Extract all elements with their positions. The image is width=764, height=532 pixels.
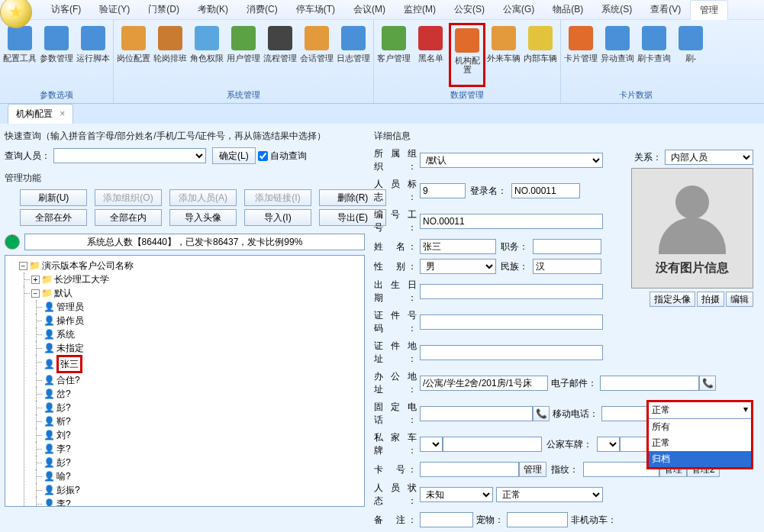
ribbon-客户管理[interactable]: 客户管理 bbox=[376, 23, 412, 87]
relation-select[interactable]: 内部人员 bbox=[665, 150, 753, 165]
menu-item[interactable]: 考勤(K) bbox=[189, 0, 237, 19]
card-input[interactable] bbox=[420, 462, 519, 477]
ribbon-流程管理[interactable]: 流程管理 bbox=[262, 23, 298, 87]
confirm-button[interactable]: 确定(L) bbox=[212, 147, 256, 164]
menu-item[interactable]: 系统(S) bbox=[592, 0, 641, 19]
expand-icon[interactable]: − bbox=[19, 262, 27, 270]
tree-person[interactable]: 李? bbox=[56, 443, 71, 454]
ribbon-机构配置[interactable]: 机构配置 bbox=[449, 23, 485, 87]
menu-item[interactable]: 监控(M) bbox=[395, 0, 445, 19]
mgmt-button[interactable]: 添加人员(A) bbox=[169, 189, 237, 206]
expand-icon[interactable]: + bbox=[31, 276, 40, 284]
ribbon-参数管理[interactable]: 参数管理 bbox=[38, 23, 75, 87]
ribbon-会话管理[interactable]: 会话管理 bbox=[298, 23, 335, 87]
choose-avatar-button[interactable]: 指定头像 bbox=[650, 292, 695, 307]
sex-select[interactable]: 男 bbox=[420, 259, 496, 274]
ribbon-用户管理[interactable]: 用户管理 bbox=[225, 23, 262, 87]
mgmt-button[interactable]: 添加链接(I) bbox=[244, 189, 311, 206]
idno-input[interactable] bbox=[420, 314, 603, 330]
mgmt-button[interactable]: 全部在内 bbox=[95, 209, 162, 226]
email-input[interactable] bbox=[600, 376, 699, 391]
tree-person[interactable]: 彭? bbox=[56, 457, 71, 468]
tree-person[interactable]: 喻? bbox=[56, 471, 71, 482]
plate-prefix-select[interactable] bbox=[597, 437, 620, 452]
tree-node[interactable]: 默认 bbox=[54, 288, 73, 298]
mgmt-button[interactable]: 全部在外 bbox=[20, 209, 87, 226]
menu-item[interactable]: 公寓(G) bbox=[494, 0, 543, 19]
state-select-2[interactable]: 正常 bbox=[496, 487, 603, 502]
tree-person[interactable]: 未指定 bbox=[56, 343, 84, 353]
birth-input[interactable] bbox=[420, 284, 603, 299]
tel-input[interactable] bbox=[420, 406, 533, 421]
edit-photo-button[interactable]: 编辑 bbox=[726, 292, 753, 307]
phone-icon[interactable]: 📞 bbox=[533, 406, 550, 421]
plate-prefix-select[interactable] bbox=[420, 437, 443, 452]
mgmt-button[interactable]: 添加组织(O) bbox=[95, 189, 162, 206]
tree-person[interactable]: 操作员 bbox=[56, 315, 84, 326]
ribbon-异动查询[interactable]: 异动查询 bbox=[599, 23, 636, 87]
mgmt-button[interactable]: 导入(I) bbox=[244, 209, 311, 226]
state-select-1[interactable]: 未知 bbox=[420, 487, 493, 502]
idaddr-input[interactable] bbox=[420, 345, 603, 360]
menu-item[interactable]: 门禁(D) bbox=[139, 0, 189, 19]
menu-item[interactable]: 物品(B) bbox=[543, 0, 592, 19]
expand-icon[interactable]: − bbox=[31, 289, 40, 298]
tree-root[interactable]: 演示版本客户公司名称 bbox=[42, 260, 134, 271]
office-input[interactable] bbox=[420, 376, 548, 391]
tree-person[interactable]: 靳? bbox=[56, 416, 71, 427]
empno-input[interactable] bbox=[420, 214, 603, 229]
ribbon-轮岗排班[interactable]: 轮岗排班 bbox=[152, 23, 189, 87]
pet-input[interactable] bbox=[507, 512, 568, 527]
menu-item[interactable]: 消费(C) bbox=[237, 0, 287, 19]
menu-item[interactable]: 停车场(T) bbox=[287, 0, 344, 19]
ribbon-角色权限[interactable]: 角色权限 bbox=[189, 23, 225, 87]
mgmt-button[interactable]: 导入头像 bbox=[169, 209, 237, 226]
remark-input[interactable] bbox=[420, 512, 473, 527]
ribbon-日志管理[interactable]: 日志管理 bbox=[335, 23, 372, 87]
capture-button[interactable]: 拍摄 bbox=[697, 292, 724, 307]
person-id-input[interactable] bbox=[420, 183, 466, 198]
tree-person[interactable]: 刘? bbox=[56, 430, 71, 440]
dropdown-item[interactable]: 正常 bbox=[649, 435, 751, 451]
tree-person[interactable]: 张三 bbox=[60, 359, 79, 369]
tab-org-config[interactable]: 机构配置 × bbox=[8, 104, 73, 124]
dropdown-item-highlighted[interactable]: 归档 bbox=[649, 451, 751, 467]
menu-item[interactable]: 访客(F) bbox=[42, 0, 90, 19]
menu-item[interactable]: 会议(M) bbox=[344, 0, 395, 19]
phone-icon[interactable]: 📞 bbox=[699, 376, 716, 391]
org-tree[interactable]: −📁演示版本客户公司名称 +📁长沙理工大学 −📁默认 👤管理员👤操作员👤系统👤未… bbox=[5, 255, 365, 507]
manage-button[interactable]: 管理 bbox=[519, 462, 546, 477]
ribbon-刷卡查询[interactable]: 刷卡查询 bbox=[636, 23, 672, 87]
tree-person[interactable]: 彭振? bbox=[56, 485, 80, 495]
tree-person[interactable]: 李? bbox=[56, 498, 71, 507]
ribbon-岗位配置[interactable]: 岗位配置 bbox=[115, 23, 152, 87]
menu-item[interactable]: 验证(Y) bbox=[90, 0, 139, 19]
mgmt-button[interactable]: 刷新(U) bbox=[20, 189, 87, 206]
car1-input[interactable] bbox=[443, 437, 542, 452]
tab-close-icon[interactable]: × bbox=[60, 108, 65, 119]
ribbon-运行脚本[interactable]: 运行脚本 bbox=[75, 23, 111, 87]
query-person-select[interactable] bbox=[53, 148, 206, 163]
nation-input[interactable] bbox=[533, 259, 601, 274]
login-input[interactable] bbox=[511, 183, 580, 198]
tree-person[interactable]: 彭? bbox=[56, 402, 71, 413]
job-input[interactable] bbox=[533, 239, 601, 254]
menu-item-selected[interactable]: 管理 bbox=[690, 0, 728, 20]
name-input[interactable] bbox=[420, 239, 496, 254]
menu-item[interactable]: 查看(V) bbox=[641, 0, 690, 19]
tree-person[interactable]: 系统 bbox=[56, 329, 75, 340]
tree-person[interactable]: 合住? bbox=[56, 375, 80, 385]
menu-item[interactable]: 公安(S) bbox=[445, 0, 494, 19]
tree-person[interactable]: 岔? bbox=[56, 389, 71, 399]
ribbon-卡片管理[interactable]: 卡片管理 bbox=[563, 23, 599, 87]
org-select[interactable]: /默认 bbox=[420, 153, 603, 168]
tree-person[interactable]: 管理员 bbox=[56, 301, 84, 312]
ribbon-刷-[interactable]: 刷- bbox=[672, 23, 709, 87]
chevron-down-icon[interactable]: ▾ bbox=[743, 404, 748, 417]
auto-query-checkbox[interactable] bbox=[258, 151, 268, 161]
tree-node[interactable]: 长沙理工大学 bbox=[54, 274, 109, 285]
state-dropdown-open[interactable]: 正常▾ 所有 正常 归档 bbox=[646, 400, 753, 469]
ribbon-外来车辆[interactable]: 外来车辆 bbox=[485, 23, 522, 87]
ribbon-配置工具[interactable]: 配置工具 bbox=[2, 23, 38, 87]
ribbon-黑名单[interactable]: 黑名单 bbox=[412, 23, 449, 87]
